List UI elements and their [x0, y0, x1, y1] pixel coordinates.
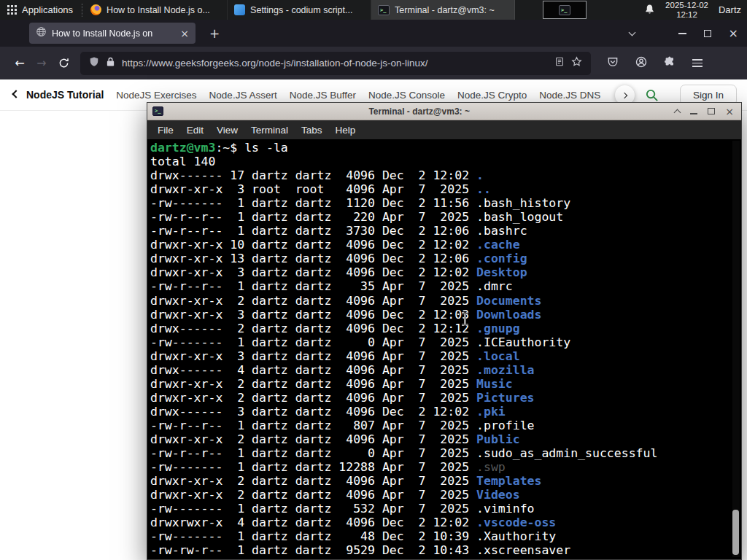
directory-name: .local — [476, 349, 520, 363]
codium-icon — [234, 4, 245, 15]
panel-separator — [82, 4, 82, 17]
site-nav-item[interactable]: Node.JS Assert — [209, 90, 277, 101]
terminal-line: drwx------ 17 dartz dartz 4096 Dec 2 12:… — [150, 168, 740, 182]
terminal-scrollbar[interactable] — [732, 141, 740, 557]
clock-time: 12:12 — [665, 10, 708, 20]
terminal-text: drwxr-xr-x 2 dartz dartz 4096 Apr 7 2025 — [150, 377, 476, 391]
terminal-line: -rw-rw-r-- 1 dartz dartz 9529 Dec 2 10:4… — [150, 543, 740, 557]
directory-name: .pki — [476, 405, 506, 419]
terminal-line: -rw------- 1 dartz dartz 532 Apr 7 2025 … — [150, 502, 740, 516]
terminal-text: -rw-r--r-- 1 dartz dartz 220 Apr 7 2025 … — [150, 210, 563, 224]
site-nav-item[interactable]: NodeJS Tutorial — [26, 89, 104, 101]
directory-name: .vscode-oss — [476, 516, 556, 529]
terminal-window-title: Terminal - dartz@vm3: ~ — [168, 106, 670, 117]
taskbar-window-button[interactable]: How to Install Node.js o... — [84, 0, 228, 20]
terminal-text: drwxr-xr-x 13 dartz dartz 4096 Dec 2 12:… — [150, 252, 476, 265]
terminal-menu-help[interactable]: Help — [329, 125, 363, 136]
terminal-scrollbar-thumb[interactable] — [732, 510, 739, 555]
bookmark-star-icon[interactable] — [571, 56, 582, 70]
terminal-text: drwx------ 2 dartz dartz 4096 Dec 2 12:1… — [150, 322, 476, 335]
terminal-text: -rw------- 1 dartz dartz 0 Apr 7 2025 .I… — [150, 335, 570, 349]
forward-button[interactable]: → — [31, 56, 53, 70]
terminal-text: -rw------- 1 dartz dartz 1120 Dec 2 11:5… — [150, 196, 570, 210]
terminal-close-button[interactable]: × — [725, 106, 734, 117]
tab-title: How to Install Node.js on — [52, 28, 175, 39]
terminal-text: -rw------- 1 dartz dartz 48 Dec 2 10:39 … — [150, 529, 556, 543]
directory-name: .gnupg — [476, 322, 520, 335]
close-button[interactable]: × — [729, 28, 738, 39]
tray-terminal-box[interactable] — [543, 1, 587, 19]
url-text[interactable]: https://www.geeksforgeeks.org/node-js/in… — [122, 58, 548, 69]
terminal-line: drwx------ 3 dartz dartz 4096 Dec 2 12:0… — [150, 405, 740, 419]
terminal-text: drwxr-xr-x 2 dartz dartz 4096 Apr 7 2025 — [150, 488, 476, 502]
menu-icon[interactable] — [692, 59, 703, 67]
account-icon[interactable] — [635, 56, 647, 71]
terminal-line: -rw------- 1 dartz dartz 0 Apr 7 2025 .I… — [150, 335, 740, 349]
terminal-text: :~$ ls -la — [215, 141, 287, 155]
url-bar[interactable]: https://www.geeksforgeeks.org/node-js/in… — [80, 52, 591, 75]
site-nav-item[interactable]: NodeJS Exercises — [116, 90, 196, 101]
terminal-menu-view[interactable]: View — [210, 125, 244, 136]
terminal-line: drwxr-xr-x 2 dartz dartz 4096 Apr 7 2025… — [150, 294, 740, 308]
nav-scroll-left-icon[interactable] — [12, 90, 20, 98]
terminal-line: drwx------ 2 dartz dartz 4096 Dec 2 12:1… — [150, 322, 740, 335]
terminal-line: drwxr-xr-x 3 dartz dartz 4096 Apr 7 2025… — [150, 349, 740, 363]
terminal-menu-tabs[interactable]: Tabs — [295, 125, 329, 136]
desktop: How to Install Node.js on × + × ← → — [0, 0, 747, 560]
terminal-line: drwxr-xr-x 2 dartz dartz 4096 Apr 7 2025… — [150, 377, 740, 391]
terminal-text: drwxr-xr-x 3 dartz dartz 4096 Dec 2 12:0… — [150, 308, 476, 322]
tracking-protection-shield-icon[interactable] — [89, 56, 99, 70]
terminal-minimize-button[interactable] — [690, 113, 697, 114]
lock-icon[interactable] — [106, 56, 115, 70]
maximize-button[interactable] — [704, 30, 711, 37]
notifications-bell-icon[interactable] — [644, 4, 655, 17]
terminal-menu-terminal[interactable]: Terminal — [244, 125, 295, 136]
site-nav-item[interactable]: Node.JS DNS — [539, 90, 600, 101]
extensions-icon[interactable] — [664, 56, 676, 71]
site-nav-item[interactable]: Node.JS Buffer — [290, 90, 356, 101]
terminal-text: .swp — [476, 460, 506, 474]
applications-menu-button[interactable]: Applications — [0, 0, 80, 20]
directory-name: Desktop — [476, 265, 527, 279]
terminal-maximize-button[interactable] — [708, 108, 715, 114]
terminal-line: drwxr-xr-x 3 dartz dartz 4096 Dec 2 12:0… — [150, 308, 740, 322]
directory-name: . — [476, 168, 484, 182]
directory-name: Public — [476, 432, 520, 446]
directory-name: Pictures — [476, 391, 534, 405]
reload-button[interactable] — [53, 58, 74, 69]
clock[interactable]: 2025-12-02 12:12 — [665, 1, 708, 19]
taskbar-window-button[interactable]: Terminal - dartz@vm3: ~ — [371, 0, 515, 20]
terminal-line: dartz@vm3:~$ ls -la — [150, 141, 740, 155]
browser-tab[interactable]: How to Install Node.js on × — [29, 23, 196, 44]
site-nav-item[interactable]: Node.JS Console — [368, 90, 445, 101]
terminal-line: drwxr-xr-x 2 dartz dartz 4096 Apr 7 2025… — [150, 474, 740, 488]
minimize-button[interactable] — [678, 33, 686, 34]
reader-view-icon[interactable] — [554, 56, 565, 70]
terminal-text: drwxr-xr-x 2 dartz dartz 4096 Apr 7 2025 — [150, 391, 476, 405]
terminal-menu-file[interactable]: File — [151, 125, 180, 136]
terminal-titlebar[interactable]: Terminal - dartz@vm3: ~ × — [147, 103, 741, 120]
shade-button[interactable] — [674, 109, 681, 117]
terminal-line: -rw-r--r-- 1 dartz dartz 220 Apr 7 2025 … — [150, 210, 740, 224]
directory-name: .mozilla — [476, 363, 534, 377]
new-tab-button[interactable]: + — [204, 23, 225, 44]
tab-close-button[interactable]: × — [180, 28, 189, 39]
directory-name: Videos — [476, 488, 520, 502]
terminal-text: drwxrwxr-x 4 dartz dartz 4096 Dec 2 12:0… — [150, 516, 476, 529]
terminal-line: -rw------- 1 dartz dartz 12288 Apr 7 202… — [150, 460, 740, 474]
directory-name: Downloads — [476, 308, 541, 322]
directory-name: Templates — [476, 474, 541, 488]
terminal-window: Terminal - dartz@vm3: ~ × FileEditViewTe… — [147, 102, 742, 560]
terminal-text: -rw-r--r-- 1 dartz dartz 35 Apr 7 2025 .… — [150, 279, 513, 293]
taskbar-window-button[interactable]: Settings - codium script... — [228, 0, 371, 20]
user-menu[interactable]: Dartz — [719, 4, 741, 15]
site-nav-item[interactable]: Node.JS Crypto — [457, 90, 527, 101]
back-button[interactable]: ← — [9, 56, 31, 70]
list-tabs-chevron-icon[interactable] — [628, 28, 635, 36]
terminal-line: drwxr-xr-x 2 dartz dartz 4096 Apr 7 2025… — [150, 432, 740, 446]
terminal-menu-edit[interactable]: Edit — [180, 125, 210, 136]
terminal-text: dartz@vm3 — [150, 141, 215, 155]
terminal-output[interactable]: dartz@vm3:~$ ls -latotal 140drwx------ 1… — [148, 139, 740, 559]
terminal-line: -rw-r--r-- 1 dartz dartz 0 Apr 7 2025 .s… — [150, 446, 740, 460]
pocket-icon[interactable] — [607, 56, 619, 70]
